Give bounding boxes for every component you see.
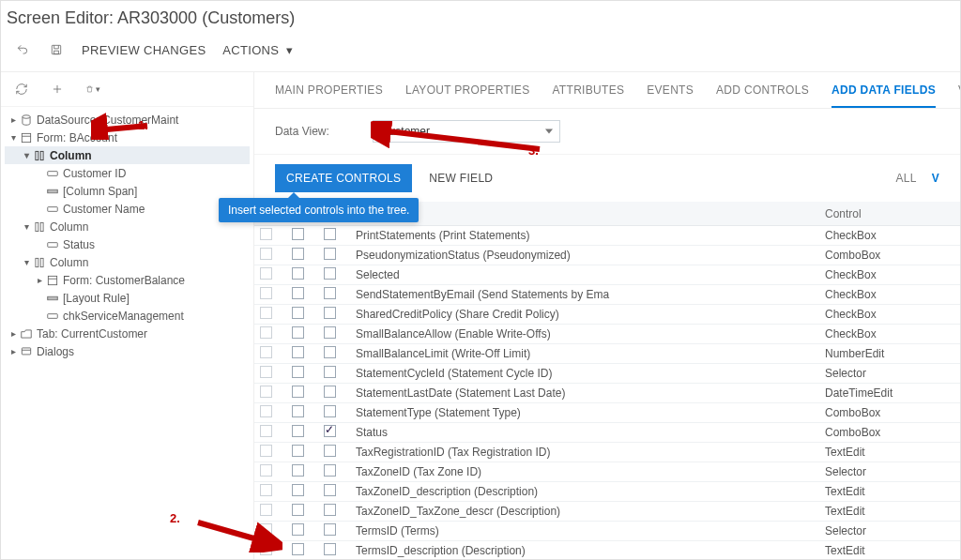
filter-visible[interactable]: V [932,172,939,185]
grid-row[interactable]: SmallBalanceLimit (Write-Off Limit)Numbe… [254,344,960,364]
tree-twisty[interactable]: ▾ [22,221,31,232]
tree-twisty[interactable]: ▸ [8,346,18,356]
grid-row[interactable]: SendStatementByEmail (Send Statements by… [254,285,960,305]
select-checkbox[interactable] [292,307,304,319]
data-view-select[interactable]: Customer [373,120,560,143]
used-checkbox[interactable] [324,504,336,516]
tree-twisty[interactable]: ▸ [35,275,44,285]
tab[interactable]: LAYOUT PROPERTIES [405,83,529,108]
tree-node[interactable]: [Layout Rule] [5,289,250,307]
used-checkbox[interactable] [324,287,336,299]
tree-twisty[interactable]: ▸ [8,114,18,125]
grid-row[interactable]: PseudonymizationStatus (Pseudonymized)Co… [254,246,960,265]
select-checkbox[interactable] [292,228,304,240]
tree-node-label: DataSource: CustomerMaint [37,114,178,127]
tree-node[interactable]: ▸Tab: CurrentCustomer [5,325,250,342]
create-controls-button[interactable]: CREATE CONTROLS [275,164,412,192]
actions-menu-button[interactable]: ACTIONS ▾ [222,43,293,57]
tab[interactable]: MAIN PROPERTIES [275,83,383,108]
tree-node[interactable]: Status [5,235,250,253]
tree-node[interactable]: [Column Span] [5,182,250,200]
tree-node-label: Column [50,220,88,234]
node-icon [46,186,59,197]
select-checkbox[interactable] [292,484,304,496]
grid-row[interactable]: SharedCreditPolicy (Share Credit Policy)… [254,305,960,325]
tree-node[interactable]: ▸Form: CustomerBalance [5,271,250,289]
delete-icon[interactable]: ▾ [85,82,100,97]
select-checkbox[interactable] [292,523,304,536]
tree-twisty[interactable]: ▾ [22,150,31,160]
select-checkbox[interactable] [292,543,304,555]
select-checkbox[interactable] [292,366,304,378]
grid-row[interactable]: SmallBalanceAllow (Enable Write-Offs)Che… [254,325,960,344]
used-checkbox[interactable] [324,228,336,240]
tree-node[interactable]: ▾Form: BAccount [5,129,250,146]
grid-row[interactable]: TaxZoneID (Tax Zone ID)Selector [254,462,960,482]
used-checkbox[interactable] [324,543,336,555]
select-checkbox[interactable] [292,248,304,260]
tree[interactable]: ▸DataSource: CustomerMaint▾Form: BAccoun… [1,107,253,560]
tree-node[interactable]: ▸DataSource: CustomerMaint [5,111,250,129]
tree-node[interactable]: ▸Dialogs [5,342,250,360]
tree-node[interactable]: Customer ID [5,164,250,182]
tab[interactable]: ADD DATA FIELDS [831,83,936,108]
grid-row[interactable]: StatementLastDate (Statement Last Date)D… [254,384,960,403]
new-field-button[interactable]: NEW FIELD [425,164,496,192]
tree-twisty[interactable]: ▸ [8,328,18,339]
grid-row[interactable]: TaxRegistrationID (Tax Registration ID)T… [254,443,960,462]
tab[interactable]: ATTRIBUTES [552,83,624,108]
grid-row[interactable]: PrintStatements (Print Statements)CheckB… [254,226,960,246]
undo-icon[interactable] [14,41,31,58]
select-checkbox[interactable] [292,386,304,398]
select-checkbox[interactable] [292,504,304,516]
used-checkbox[interactable] [324,386,336,398]
control-type-cell: CheckBox [819,308,960,321]
tree-node[interactable]: chkServiceManagement [5,307,250,325]
used-checkbox[interactable] [324,326,336,339]
grid-row[interactable]: StatementCycleId (Statement Cycle ID)Sel… [254,364,960,384]
grid-row[interactable]: StatementType (Statement Type)ComboBox [254,403,960,423]
used-checkbox[interactable] [324,307,336,319]
fields-grid[interactable]: Field Name Control PrintStatements (Prin… [254,202,960,560]
row-indicator [260,523,272,536]
preview-changes-button[interactable]: PREVIEW CHANGES [82,43,206,57]
grid-row[interactable]: TaxZoneID_description (Description)TextE… [254,482,960,502]
tree-node[interactable]: ▾Column [5,218,250,235]
select-checkbox[interactable] [292,287,304,299]
refresh-icon[interactable] [14,82,29,97]
grid-row[interactable]: TaxZoneID_TaxZone_descr (Description)Tex… [254,502,960,522]
tree-node[interactable]: Customer Name [5,200,250,218]
select-checkbox[interactable] [292,267,304,280]
control-type-cell: TextEdit [819,446,960,459]
select-checkbox[interactable] [292,405,304,417]
select-checkbox[interactable] [292,346,304,358]
tree-twisty[interactable]: ▾ [22,257,31,267]
tree-node[interactable]: ▾Column [5,146,250,164]
select-checkbox[interactable] [292,425,304,437]
filter-all[interactable]: ALL [895,172,916,185]
used-checkbox[interactable] [324,464,336,477]
control-type-cell: CheckBox [819,327,960,341]
grid-row[interactable]: TermsID (Terms)Selector [254,522,960,541]
used-checkbox[interactable] [324,366,336,378]
add-icon[interactable] [50,82,65,97]
select-checkbox[interactable] [292,464,304,477]
used-checkbox[interactable] [324,405,336,417]
save-icon[interactable] [48,41,65,58]
tree-twisty[interactable]: ▾ [8,132,18,143]
tab[interactable]: EVENTS [647,83,694,108]
used-checkbox[interactable] [324,248,336,260]
grid-row[interactable]: StatusComboBox [254,423,960,443]
tree-node[interactable]: ▾Column [5,253,250,271]
grid-row[interactable]: SelectedCheckBox [254,265,960,285]
select-checkbox[interactable] [292,326,304,339]
used-checkbox[interactable] [324,425,336,437]
grid-row[interactable]: TermsID_description (Description)TextEdi… [254,541,960,560]
used-checkbox[interactable] [324,267,336,280]
used-checkbox[interactable] [324,445,336,457]
used-checkbox[interactable] [324,523,336,536]
used-checkbox[interactable] [324,484,336,496]
tab[interactable]: ADD CONTROLS [716,83,809,108]
select-checkbox[interactable] [292,445,304,457]
used-checkbox[interactable] [324,346,336,358]
